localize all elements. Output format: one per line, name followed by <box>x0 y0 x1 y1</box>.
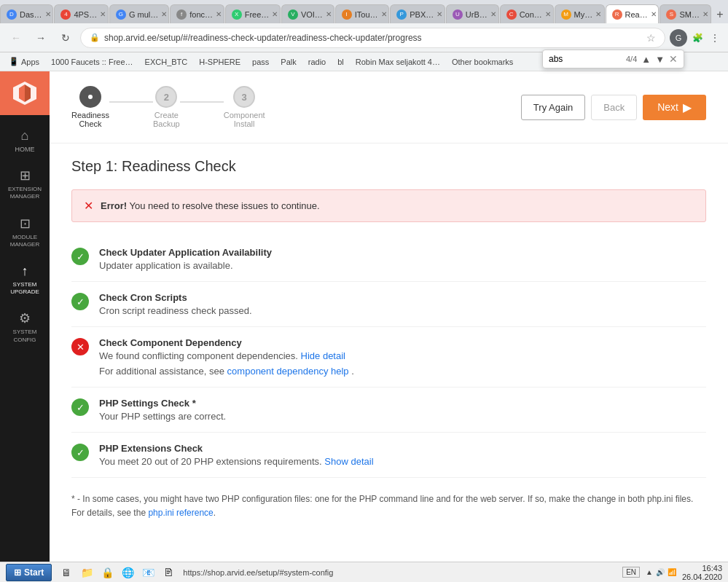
tab-itou[interactable]: I ITou… ✕ <box>335 4 390 23</box>
menu-icon[interactable]: ⋮ <box>708 31 722 45</box>
tab-con[interactable]: C Con… ✕ <box>500 4 554 23</box>
tab-gmail[interactable]: G G mul… ✕ <box>109 4 169 23</box>
sidebar: ⌂ HOME ⊞ EXTENSIONMANAGER ⊡ MODULEMANAGE… <box>0 71 50 582</box>
sidebar-item-config-label: SYSTEMCONFIG <box>13 329 37 344</box>
step-3-label: ComponentInstall <box>224 111 265 128</box>
url-icons: ☆ <box>646 32 656 44</box>
component-dependency-help-link[interactable]: component dependency help <box>227 366 349 377</box>
clock-date: 26.04.2020 <box>682 573 722 581</box>
find-prev-button[interactable]: ▲ <box>641 54 651 65</box>
error-alert: ✕ Error! You need to resolve these issue… <box>71 189 706 222</box>
check-php-settings-content: PHP Settings Check * Your PHP settings a… <box>99 398 706 422</box>
windows-icon: ⊞ <box>14 567 21 578</box>
bookmark-pass[interactable]: pass <box>249 56 272 68</box>
bookmark-other[interactable]: Other bookmarks <box>449 56 516 68</box>
tab-4ps[interactable]: 4 4PS… ✕ <box>54 4 109 23</box>
phpini-reference-link[interactable]: php.ini reference <box>148 508 213 518</box>
url-bar[interactable]: 🔒 shop.arvid.ee/setup/#/readiness-check-… <box>80 28 665 48</box>
find-next-button[interactable]: ▼ <box>655 54 665 65</box>
sidebar-item-extension-manager[interactable]: ⊞ EXTENSIONMANAGER <box>0 160 50 208</box>
check-php-extensions-title: PHP Extensions Check <box>99 443 706 454</box>
check-dependency-title: Check Component Dependency <box>99 337 706 348</box>
clock: 16:43 26.04.2020 <box>682 564 722 581</box>
forward-button[interactable]: → <box>31 28 51 48</box>
tab-dashboard[interactable]: D Das… ✕ <box>0 4 53 23</box>
reload-button[interactable]: ↻ <box>55 28 76 48</box>
bookmark-palk[interactable]: Palk <box>278 56 299 68</box>
tab-fonc[interactable]: f fonc… ✕ <box>170 4 224 23</box>
next-button[interactable]: Next ▶ <box>643 95 706 120</box>
check-php-extensions-content: PHP Extensions Check You meet 20 out of … <box>99 443 706 467</box>
sidebar-item-upgrade-label: SYSTEMUPGRADE <box>10 281 39 296</box>
sidebar-item-home[interactable]: ⌂ HOME <box>0 121 50 160</box>
check-php-settings: ✓ PHP Settings Check * Your PHP settings… <box>71 388 706 433</box>
next-label: Next <box>657 101 678 113</box>
sidebar-item-system-upgrade[interactable]: ↑ SYSTEMUPGRADE <box>0 256 50 304</box>
sidebar-logo <box>0 71 50 115</box>
find-close-button[interactable]: ✕ <box>669 53 678 65</box>
sidebar-item-module-manager[interactable]: ⊡ MODULEMANAGER <box>0 208 50 256</box>
tab-free[interactable]: X Free… ✕ <box>225 4 281 23</box>
star-icon[interactable]: ☆ <box>646 32 656 44</box>
check-dependency-content: Check Component Dependency We found conf… <box>99 337 706 377</box>
page-title: Step 1: Readiness Check <box>71 158 706 175</box>
system-config-icon: ⚙ <box>19 310 31 326</box>
show-detail-link[interactable]: Show detail <box>324 456 373 467</box>
step-2-circle: 2 <box>155 86 177 108</box>
check-cron-title: Check Cron Scripts <box>99 292 706 303</box>
find-count: 4/4 <box>626 55 637 63</box>
extensions-icon[interactable]: 🧩 <box>690 31 705 45</box>
tab-my[interactable]: M My… ✕ <box>555 4 605 23</box>
start-button[interactable]: ⊞ Start <box>6 564 52 581</box>
tray-icon-1: ▲ <box>646 568 653 576</box>
hide-detail-link[interactable]: Hide detail <box>301 350 345 361</box>
check-cron-icon: ✓ <box>71 293 89 310</box>
error-alert-icon: ✕ <box>84 199 93 213</box>
sidebar-item-system-config[interactable]: ⚙ SYSTEMCONFIG <box>0 303 50 351</box>
check-cron-scripts: ✓ Check Cron Scripts Cron script readine… <box>71 282 706 327</box>
error-alert-text: Error! You need to resolve these issues … <box>101 200 320 211</box>
language-button[interactable]: EN <box>622 567 640 578</box>
error-prefix: Error! <box>101 200 127 211</box>
back-button-stepper[interactable]: Back <box>591 95 637 120</box>
step-1-readiness: ReadinessCheck <box>71 86 109 128</box>
content-area: ReadinessCheck 2 CreateBackup 3 Componen… <box>50 71 728 582</box>
check-updater-availability: ✓ Check Updater Application Availability… <box>71 237 706 282</box>
taskbar-icon-3[interactable]: 🔒 <box>98 564 116 581</box>
new-tab-button[interactable]: + <box>712 6 728 23</box>
try-again-button[interactable]: Try Again <box>521 95 585 120</box>
tab-urb[interactable]: U UrB… ✕ <box>446 4 499 23</box>
bookmark-faucets[interactable]: 1000 Faucets :: Free… <box>48 56 136 68</box>
taskbar-icon-5[interactable]: 📧 <box>139 564 157 581</box>
tray-icon-3: 📶 <box>668 568 676 576</box>
tab-icon: D <box>7 9 17 20</box>
taskbar-icon-4[interactable]: 🌐 <box>119 564 136 581</box>
step-line-1 <box>109 101 153 103</box>
taskbar-icon-1[interactable]: 🖥 <box>58 564 75 581</box>
bookmark-radio[interactable]: radio <box>305 56 329 68</box>
find-bar: 4/4 ▲ ▼ ✕ <box>542 50 684 68</box>
back-button[interactable]: ← <box>6 28 26 48</box>
tab-pbx[interactable]: P PBX… ✕ <box>390 4 445 23</box>
bookmark-bl[interactable]: bl <box>334 56 347 68</box>
stepper-steps: ReadinessCheck 2 CreateBackup 3 Componen… <box>71 86 265 128</box>
bookmark-robin[interactable]: Robin Max seljakott 4… <box>353 56 443 68</box>
clock-time: 16:43 <box>682 564 722 573</box>
bookmark-hsphere[interactable]: H-SPHERE <box>196 56 243 68</box>
step-line-2 <box>180 101 224 103</box>
tab-voi[interactable]: V VOI… ✕ <box>281 4 334 23</box>
svg-point-4 <box>88 95 93 99</box>
magento-logo <box>12 80 38 106</box>
taskbar-icon-2[interactable]: 📁 <box>78 564 95 581</box>
tab-readiness[interactable]: R Rea… ✕ <box>606 4 659 23</box>
taskbar-icon-6[interactable]: 🖹 <box>160 564 177 581</box>
profile-icon[interactable]: G <box>670 29 687 47</box>
bookmark-apps[interactable]: 📱Apps <box>6 55 42 68</box>
check-cron-desc: Cron script readiness check passed. <box>99 305 706 316</box>
find-input[interactable] <box>549 54 622 64</box>
check-php-extensions: ✓ PHP Extensions Check You meet 20 out o… <box>71 433 706 478</box>
sidebar-item-home-label: HOME <box>15 146 35 153</box>
check-updater-title: Check Updater Application Availability <box>99 247 706 258</box>
tab-sm[interactable]: S SM… ✕ <box>659 4 711 23</box>
bookmark-exch[interactable]: EXCH_BTC <box>142 56 191 68</box>
